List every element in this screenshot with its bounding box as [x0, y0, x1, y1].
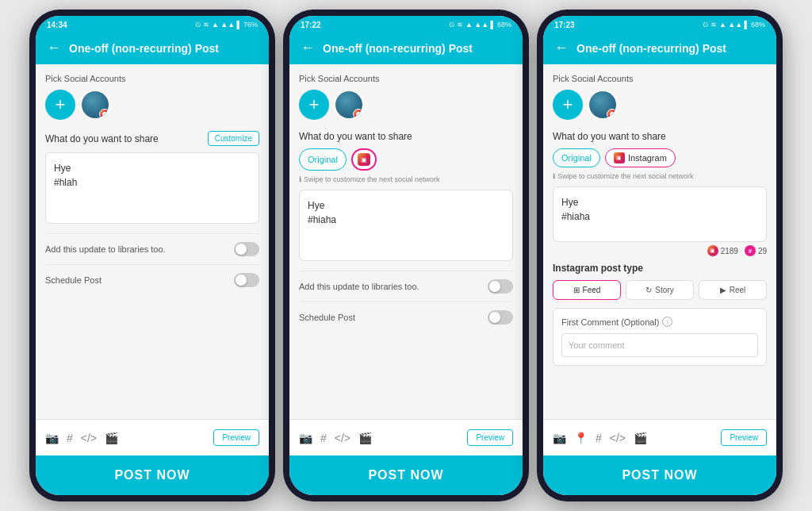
phone-1-inner: 14:34 ⊙ ≋ ▲ ▲▲ ▌ 76% ← One-off (non-recu…: [36, 16, 269, 495]
library-toggle-row-2: Add this update to libraries too.: [299, 271, 513, 302]
camera-icon-1[interactable]: 📷: [45, 432, 59, 444]
story-label-3: Story: [655, 286, 673, 294]
add-account-button-2[interactable]: +: [299, 90, 329, 120]
reel-icon-3: ▶: [720, 286, 726, 294]
header-1: ← One-off (non-recurring) Post: [36, 33, 269, 64]
first-comment-section-3: First Comment (Optional) i Your comment: [553, 308, 767, 366]
avatar-1[interactable]: [80, 90, 110, 120]
library-toggle-2[interactable]: [488, 279, 513, 294]
phone-2-inner: 17:22 ⊙ ≋ ▲ ▲▲ ▌ 68% ← One-off (non-recu…: [289, 16, 523, 495]
phone-1: 14:34 ⊙ ≋ ▲ ▲▲ ▌ 76% ← One-off (non-recu…: [29, 10, 275, 501]
avatar-2[interactable]: [334, 90, 364, 120]
schedule-toggle-2[interactable]: [488, 310, 513, 325]
feed-icon-3: ⊞: [573, 286, 580, 294]
content-3: Pick Social Accounts + What do you want …: [543, 64, 776, 419]
camera-icon-3[interactable]: 📷: [553, 432, 566, 444]
phones-container: 14:34 ⊙ ≋ ▲ ▲▲ ▌ 76% ← One-off (non-recu…: [21, 2, 791, 509]
instagram-badge-dot-3: [610, 112, 615, 117]
back-button-3[interactable]: ←: [554, 40, 569, 56]
reel-label-3: Reel: [730, 286, 746, 294]
preview-button-2[interactable]: Preview: [467, 429, 513, 446]
instagram-icon-tab-2: ▣: [358, 153, 370, 166]
hashtag-icon-2[interactable]: #: [320, 432, 327, 444]
preview-button-1[interactable]: Preview: [213, 429, 259, 446]
post-text-content-3: Hye#hiaha: [561, 197, 590, 222]
content-1: Pick Social Accounts + What do you want …: [36, 64, 269, 419]
bottom-toolbar-2: 📷 # </> 🎬 Preview: [289, 419, 523, 455]
social-accounts-1: +: [45, 90, 259, 120]
library-toggle-knob-2: [489, 281, 500, 292]
instagram-icon-tab-3: ▣: [614, 152, 625, 163]
hash-stat-count-3: 29: [758, 247, 767, 256]
preview-button-3[interactable]: Preview: [721, 429, 767, 446]
library-label-2: Add this update to libraries too.: [299, 282, 419, 291]
post-type-section-3: Instagram post type ⊞ Feed ↻ Story ▶ Ree: [553, 263, 767, 300]
back-button-1[interactable]: ←: [47, 40, 61, 56]
status-icons-1: ⊙ ≋ ▲ ▲▲ ▌ 76%: [195, 21, 258, 29]
story-type-button-3[interactable]: ↻ Story: [626, 280, 694, 300]
page-title-1: One-off (non-recurring) Post: [69, 42, 219, 55]
schedule-toggle-1[interactable]: [234, 273, 259, 287]
share-header-2: What do you want to share: [299, 131, 513, 142]
video-icon-2[interactable]: 🎬: [358, 432, 372, 444]
camera-icon-2[interactable]: 📷: [299, 432, 312, 444]
post-text-content-2: Hye#hiaha: [308, 200, 336, 225]
first-comment-label-3: First Comment (Optional) i: [561, 317, 758, 327]
tab-original-2[interactable]: Original: [299, 148, 347, 171]
page-title-3: One-off (non-recurring) Post: [576, 42, 726, 55]
toolbar-icons-2: 📷 # </> 🎬: [299, 432, 372, 444]
toolbar-icons-1: 📷 # </> 🎬: [45, 432, 118, 444]
first-comment-info-icon-3: i: [662, 317, 672, 327]
tab-instagram-3[interactable]: ▣ Instagram: [605, 148, 676, 167]
video-icon-3[interactable]: 🎬: [634, 432, 647, 444]
status-time-3: 17:23: [554, 21, 575, 29]
post-now-button-1[interactable]: POST NOW: [36, 455, 269, 495]
instagram-badge-3: [607, 109, 618, 120]
schedule-label-2: Schedule Post: [299, 313, 355, 322]
hash-stat-3: # 29: [745, 245, 767, 256]
bottom-toolbar-1: 📷 # </> 🎬 Preview: [36, 419, 269, 455]
tab-original-3[interactable]: Original: [553, 148, 600, 167]
hash-stat-icon-3: #: [745, 245, 756, 256]
schedule-toggle-row-1: Schedule Post: [45, 264, 259, 295]
feed-type-button-3[interactable]: ⊞ Feed: [553, 280, 621, 300]
schedule-toggle-knob-1: [236, 275, 247, 286]
bottom-toolbar-3: 📷 📍 # </> 🎬 Preview: [543, 419, 776, 455]
schedule-toggle-row-2: Schedule Post: [299, 302, 513, 332]
social-section-label-3: Pick Social Accounts: [553, 74, 767, 83]
post-text-area-2[interactable]: Hye#hiaha: [299, 190, 513, 261]
post-text-area-3[interactable]: Hye#hiaha: [553, 186, 767, 242]
swipe-hint-3: ℹ Swipe to customize the next social net…: [553, 172, 767, 180]
share-label-1: What do you want to share: [45, 133, 159, 144]
add-account-button-1[interactable]: +: [45, 90, 75, 120]
status-bar-1: 14:34 ⊙ ≋ ▲ ▲▲ ▌ 76%: [36, 16, 269, 33]
code-icon-1[interactable]: </>: [81, 432, 97, 444]
hashtag-icon-3[interactable]: #: [596, 432, 602, 444]
back-button-2[interactable]: ←: [301, 40, 315, 56]
ig-stat-count-3: 2189: [721, 247, 738, 256]
instagram-badge-2: [353, 109, 364, 120]
library-toggle-1[interactable]: [234, 242, 259, 256]
tab-instagram-2[interactable]: ▣: [351, 148, 377, 171]
share-header-1: What do you want to share Customize: [45, 131, 259, 146]
add-account-button-3[interactable]: +: [553, 90, 583, 120]
location-icon-3[interactable]: 📍: [574, 432, 588, 444]
avatar-3[interactable]: [588, 90, 618, 120]
post-text-content-1: Hye#hlah: [54, 163, 77, 188]
post-now-button-2[interactable]: POST NOW: [289, 455, 523, 495]
schedule-toggle-knob-2: [489, 312, 500, 323]
post-type-label-3: Instagram post type: [553, 263, 767, 274]
code-icon-3[interactable]: </>: [610, 432, 626, 444]
status-icons-3: ⊙ ≋ ▲ ▲▲ ▌ 68%: [703, 21, 765, 29]
tab-original-label-3: Original: [561, 153, 592, 163]
post-text-area-1[interactable]: Hye#hlah: [45, 152, 259, 224]
hashtag-icon-1[interactable]: #: [67, 432, 73, 444]
video-icon-1[interactable]: 🎬: [105, 432, 118, 444]
code-icon-2[interactable]: </>: [335, 432, 350, 444]
reel-type-button-3[interactable]: ▶ Reel: [699, 280, 767, 300]
library-toggle-knob-1: [236, 244, 247, 255]
swipe-hint-icon-3: ℹ: [553, 172, 555, 180]
post-now-button-3[interactable]: POST NOW: [543, 455, 776, 495]
customize-button-1[interactable]: Customize: [208, 131, 259, 146]
comment-input-3[interactable]: Your comment: [561, 333, 758, 357]
